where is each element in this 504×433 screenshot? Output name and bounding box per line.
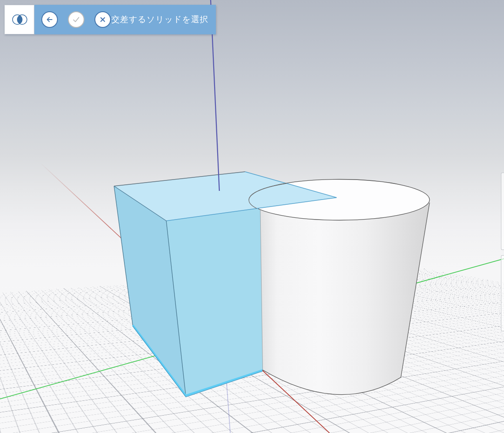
check-icon — [71, 15, 81, 24]
active-tool-indicator[interactable] — [4, 5, 34, 34]
tool-prompt-label: 交差するソリッドを選択 — [111, 14, 216, 25]
cylinder-body[interactable] — [260, 203, 430, 395]
viewport-3d[interactable] — [0, 0, 504, 433]
arrow-left-icon — [45, 15, 54, 24]
close-icon — [98, 15, 108, 24]
boolean-intersect-icon — [8, 9, 31, 30]
tool-prompt-panel: 交差するソリッドを選択 — [34, 5, 216, 34]
right-edge-scrollbar-top[interactable] — [501, 173, 504, 250]
confirm-button[interactable] — [68, 11, 84, 28]
solid-cylinder[interactable] — [249, 180, 430, 395]
right-edge-scrollbar-bottom[interactable] — [501, 255, 504, 331]
back-button[interactable] — [41, 11, 58, 28]
boolean-tool-toolbar: 交差するソリッドを選択 — [4, 5, 216, 34]
cancel-button[interactable] — [94, 11, 111, 28]
